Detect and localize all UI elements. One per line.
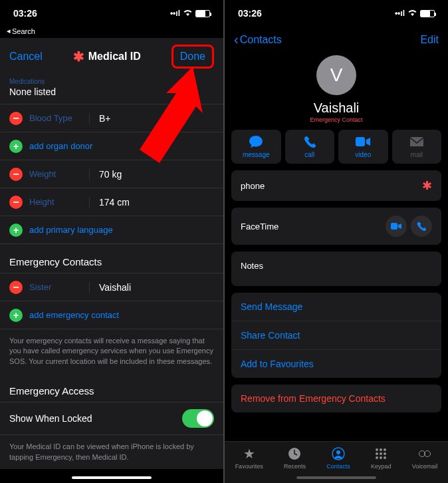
emergency-asterisk-icon: ✱: [422, 178, 432, 193]
add-favourites-item[interactable]: Add to Favourites: [231, 350, 441, 378]
blood-type-row[interactable]: Blood Type B+: [0, 104, 223, 132]
tab-contacts-label: Contacts: [326, 463, 350, 470]
mail-button[interactable]: mail: [392, 130, 442, 164]
tab-keypad-label: Keypad: [371, 463, 392, 470]
avatar-section: V Vaishali Emergency Contact: [225, 53, 448, 130]
tab-recents[interactable]: Recents: [284, 446, 306, 470]
edit-button[interactable]: Edit: [420, 34, 439, 46]
weight-label: Weight: [29, 169, 89, 179]
add-emergency-contact-label: add emergency contact: [29, 310, 119, 320]
add-icon[interactable]: [9, 224, 23, 237]
send-message-item[interactable]: Send Message: [231, 293, 441, 321]
back-to-search[interactable]: ◂ Search: [0, 27, 223, 38]
tab-voicemail-label: Voicemail: [412, 463, 438, 470]
phone-left: 03:26 ••ıl ◂ Search Cancel ✱ Medical ID …: [0, 0, 223, 483]
chevron-left-icon: ‹: [234, 32, 239, 47]
avatar[interactable]: V: [316, 55, 356, 95]
status-indicators: ••ıl: [170, 9, 210, 18]
phone-icon: [304, 135, 316, 148]
done-button[interactable]: Done: [171, 45, 214, 69]
mail-label: mail: [411, 151, 423, 158]
message-button[interactable]: message: [231, 130, 281, 164]
wifi-icon: [183, 9, 193, 18]
remove-icon[interactable]: [9, 168, 23, 181]
signal-icon: ••ıl: [395, 9, 405, 18]
title-text: Medical ID: [88, 51, 141, 63]
height-row[interactable]: Height 174 cm: [0, 188, 223, 216]
facetime-card: FaceTime: [231, 208, 441, 245]
phone-label: phone: [241, 181, 265, 191]
sister-value: Vaishali: [89, 282, 214, 293]
status-indicators: ••ıl: [395, 9, 435, 18]
notes-card[interactable]: Notes: [231, 251, 441, 286]
battery-icon: [420, 10, 435, 17]
tab-favourites[interactable]: ★ Favourites: [235, 446, 263, 470]
medications-value[interactable]: None listed: [0, 85, 223, 104]
svg-point-4: [336, 450, 340, 454]
add-icon[interactable]: [9, 309, 23, 322]
facetime-video-button[interactable]: [386, 216, 407, 237]
contact-name: Vaishali: [314, 100, 360, 116]
signal-icon: ••ıl: [170, 9, 180, 18]
show-when-locked-label: Show When Locked: [9, 413, 92, 424]
remove-icon[interactable]: [9, 281, 23, 294]
add-organ-donor-row[interactable]: add organ donor: [0, 132, 223, 160]
star-icon: ★: [243, 446, 255, 462]
tab-keypad[interactable]: Keypad: [371, 446, 392, 470]
height-label: Height: [29, 197, 89, 207]
remove-emergency-item[interactable]: Remove from Emergency Contacts: [231, 385, 441, 412]
share-contact-item[interactable]: Share Contact: [231, 321, 441, 350]
tab-contacts[interactable]: Contacts: [326, 446, 350, 470]
tab-favourites-label: Favourites: [235, 463, 263, 470]
medical-asterisk-icon: ✱: [73, 49, 84, 65]
add-primary-language-label: add primary language: [29, 225, 113, 235]
phone-right: 03:26 ••ıl ‹ Contacts Edit V Vaishali Em…: [225, 0, 448, 483]
add-organ-donor-label: add organ donor: [29, 141, 92, 151]
emergency-contacts-title: Emergency Contacts: [0, 244, 223, 273]
video-label: video: [355, 151, 371, 158]
show-when-locked-toggle[interactable]: [182, 409, 214, 428]
sister-row[interactable]: Sister Vaishali: [0, 273, 223, 301]
tab-voicemail[interactable]: Voicemail: [412, 446, 438, 470]
cancel-button[interactable]: Cancel: [9, 51, 43, 63]
page-title: ✱ Medical ID: [73, 49, 141, 65]
remove-icon[interactable]: [9, 196, 23, 209]
medications-label: Medications: [0, 75, 223, 85]
video-button[interactable]: video: [338, 130, 388, 164]
show-when-locked-row: Show When Locked: [0, 402, 223, 435]
back-button[interactable]: ‹ Contacts: [234, 32, 282, 47]
contacts-icon: [332, 446, 345, 462]
emergency-footer: Your emergency contacts will receive a m…: [0, 329, 223, 373]
home-indicator[interactable]: [72, 476, 152, 479]
danger-action-list: Remove from Emergency Contacts: [231, 385, 441, 412]
message-label: message: [243, 151, 270, 158]
weight-row[interactable]: Weight 70 kg: [0, 160, 223, 188]
add-primary-language-row[interactable]: add primary language: [0, 216, 223, 244]
status-bar: 03:26 ••ıl: [225, 0, 448, 27]
weight-value: 70 kg: [89, 169, 214, 180]
svg-rect-1: [391, 223, 397, 230]
add-emergency-contact-row[interactable]: add emergency contact: [0, 301, 223, 329]
battery-icon: [195, 10, 210, 17]
notes-label: Notes: [241, 261, 263, 271]
content: Medications None listed Blood Type B+ ad…: [0, 75, 223, 469]
emergency-access-title: Emergency Access: [0, 373, 223, 402]
blood-type-value: B+: [89, 113, 214, 124]
clock-icon: [288, 446, 301, 462]
remove-icon[interactable]: [9, 112, 23, 125]
voicemail-icon: [419, 446, 431, 462]
call-button[interactable]: call: [285, 130, 335, 164]
chevron-left-icon: ◂: [7, 27, 11, 35]
phone-card[interactable]: phone ✱: [231, 170, 441, 201]
home-indicator[interactable]: [296, 476, 376, 479]
locked-footer: Your Medical ID can be viewed when iPhon…: [0, 435, 223, 469]
facetime-audio-button[interactable]: [411, 216, 432, 237]
tab-recents-label: Recents: [284, 463, 306, 470]
header: Cancel ✱ Medical ID Done: [0, 38, 223, 75]
action-buttons: message call video mail: [225, 130, 448, 170]
contact-subtitle: Emergency Contact: [310, 116, 362, 123]
action-list: Send Message Share Contact Add to Favour…: [231, 293, 441, 378]
mail-icon: [410, 135, 423, 148]
add-icon[interactable]: [9, 140, 23, 153]
facetime-label: FaceTime: [241, 222, 279, 232]
